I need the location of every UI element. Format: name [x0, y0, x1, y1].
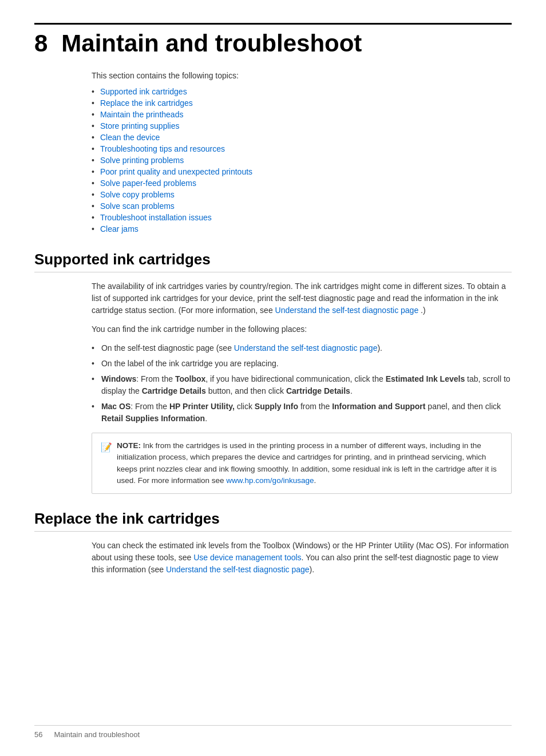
supported-ink-content: The availability of ink cartridges varie…: [92, 280, 512, 494]
toc-link-11[interactable]: Solve scan problems: [100, 201, 175, 211]
supported-ink-para2: You can find the ink cartridge number in…: [92, 323, 512, 335]
toc-item-3: Maintain the printheads: [92, 110, 512, 119]
device-management-link[interactable]: Use device management tools: [193, 553, 301, 562]
toc-item-13: Clear jams: [92, 224, 512, 233]
toc-link-10[interactable]: Solve copy problems: [100, 190, 175, 199]
toc-link-7[interactable]: Solve printing problems: [100, 156, 184, 165]
toc-item-2: Replace the ink cartridges: [92, 98, 512, 108]
toc-link-6[interactable]: Troubleshooting tips and resources: [100, 144, 225, 153]
note-box: 📝 NOTE: Ink from the cartridges is used …: [92, 433, 512, 494]
supported-ink-list: On the self-test diagnostic page (see Un…: [92, 342, 512, 425]
toc-item-4: Store printing supplies: [92, 121, 512, 130]
self-test-link-3[interactable]: Understand the self-test diagnostic page: [166, 565, 310, 574]
toc-item-12: Troubleshoot installation issues: [92, 213, 512, 222]
toc-item-10: Solve copy problems: [92, 190, 512, 199]
toc-item-5: Clean the device: [92, 133, 512, 142]
toc-link-2[interactable]: Replace the ink cartridges: [100, 98, 193, 108]
intro-text: This section contains the following topi…: [92, 71, 512, 80]
note-label: NOTE:: [117, 441, 141, 450]
toc-link-8[interactable]: Poor print quality and unexpected printo…: [100, 167, 252, 176]
toc-link-12[interactable]: Troubleshoot installation issues: [100, 213, 212, 222]
chapter-title: 8Maintain and troubleshoot: [34, 30, 512, 57]
toc-item-7: Solve printing problems: [92, 156, 512, 165]
toc-link-1[interactable]: Supported ink cartridges: [100, 87, 187, 96]
note-icon: 📝: [101, 441, 112, 454]
toc-item-11: Solve scan problems: [92, 201, 512, 211]
toc-item-6: Troubleshooting tips and resources: [92, 144, 512, 153]
toc-link-4[interactable]: Store printing supplies: [100, 121, 180, 130]
replace-ink-content: You can check the estimated ink levels f…: [92, 540, 512, 576]
supported-ink-section: Supported ink cartridges The availabilit…: [34, 251, 512, 494]
toc-link-3[interactable]: Maintain the printheads: [100, 110, 184, 119]
replace-ink-section: Replace the ink cartridges You can check…: [34, 510, 512, 576]
list-item-1: On the self-test diagnostic page (see Un…: [92, 342, 512, 354]
toc-link-13[interactable]: Clear jams: [100, 224, 139, 233]
list-item-2: On the label of the ink cartridge you ar…: [92, 358, 512, 370]
replace-ink-title: Replace the ink cartridges: [34, 510, 512, 532]
hp-inkusage-link[interactable]: www.hp.com/go/inkusage: [226, 476, 314, 485]
toc-item-8: Poor print quality and unexpected printo…: [92, 167, 512, 176]
supported-ink-title: Supported ink cartridges: [34, 251, 512, 272]
toc-item-9: Solve paper-feed problems: [92, 179, 512, 188]
footer-text: Maintain and troubleshoot: [54, 730, 140, 739]
page-container: 8Maintain and troubleshoot This section …: [0, 0, 546, 756]
self-test-link-1[interactable]: Understand the self-test diagnostic page: [275, 306, 419, 315]
list-item-4: Mac OS: From the HP Printer Utility, cli…: [92, 401, 512, 425]
chapter-title-text: Maintain and troubleshoot: [61, 30, 362, 57]
self-test-link-2[interactable]: Understand the self-test diagnostic page: [234, 343, 378, 353]
page-number: 56: [34, 730, 42, 739]
toc-list: Supported ink cartridges Replace the ink…: [92, 87, 512, 233]
top-border: [34, 23, 512, 25]
page-footer: 56 Maintain and troubleshoot: [34, 725, 512, 739]
note-content: NOTE: Ink from the cartridges is used in…: [117, 440, 503, 486]
supported-ink-para1: The availability of ink cartridges varie…: [92, 280, 512, 316]
list-item-3: Windows: From the Toolbox, if you have b…: [92, 373, 512, 397]
replace-ink-para1: You can check the estimated ink levels f…: [92, 540, 512, 576]
toc-item-1: Supported ink cartridges: [92, 87, 512, 96]
toc-link-9[interactable]: Solve paper-feed problems: [100, 179, 196, 188]
toc-link-5[interactable]: Clean the device: [100, 133, 160, 142]
chapter-number: 8: [34, 30, 48, 57]
